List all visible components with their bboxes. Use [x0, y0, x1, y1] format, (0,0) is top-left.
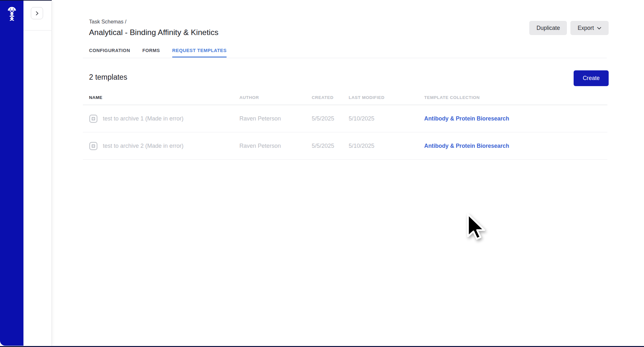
export-button-label: Export [577, 25, 594, 31]
template-author: Raven Peterson [239, 143, 312, 149]
nav-panel-header [23, 1, 51, 31]
breadcrumb[interactable]: Task Schemas / [89, 19, 126, 25]
header-actions: Duplicate Export [529, 21, 609, 35]
export-button[interactable]: Export [570, 21, 609, 35]
chevron-down-icon [597, 26, 602, 31]
window-top-edge [0, 0, 52, 1]
table-row[interactable]: test to archive 1 (Made in error) Raven … [83, 105, 607, 132]
column-header-name[interactable]: NAME [89, 95, 239, 100]
column-header-template-collection[interactable]: TEMPLATE COLLECTION [424, 95, 607, 100]
main-content: Task Schemas / Analytical - Binding Affi… [52, 0, 644, 346]
template-modified-date: 5/10/2025 [349, 115, 424, 122]
template-author: Raven Peterson [239, 115, 312, 122]
benchling-jellyfish-logo-icon[interactable] [5, 6, 18, 21]
template-created-date: 5/5/2025 [312, 115, 349, 122]
tab-request-templates[interactable]: REQUEST TEMPLATES [172, 48, 227, 58]
template-name: test to archive 1 (Made in error) [103, 115, 183, 122]
chevron-right-icon [35, 11, 40, 16]
page-title: Analytical - Binding Affinity & Kinetics [89, 28, 219, 37]
template-modified-date: 5/10/2025 [349, 143, 424, 149]
create-button[interactable]: Create [574, 70, 609, 86]
column-header-author[interactable]: AUTHOR [239, 95, 312, 100]
tab-bar: CONFIGURATION FORMS REQUEST TEMPLATES [89, 48, 227, 58]
template-collection-link[interactable]: Antibody & Protein Bioresearch [424, 143, 509, 149]
column-header-last-modified[interactable]: LAST MODIFIED [349, 95, 424, 100]
request-template-icon [89, 114, 98, 123]
request-template-icon [89, 142, 98, 150]
expand-sidebar-button[interactable] [31, 7, 43, 19]
template-count-label: 2 templates [89, 73, 127, 82]
templates-table: NAME AUTHOR CREATED LAST MODIFIED TEMPLA… [83, 95, 607, 160]
template-created-date: 5/5/2025 [312, 143, 349, 149]
table-row[interactable]: test to archive 2 (Made in error) Raven … [83, 132, 607, 160]
duplicate-button-label: Duplicate [536, 25, 560, 31]
tab-forms[interactable]: FORMS [142, 48, 160, 58]
app-sidebar [0, 1, 23, 346]
column-header-created[interactable]: CREATED [312, 95, 349, 100]
collapsed-nav-panel [23, 1, 52, 346]
template-name: test to archive 2 (Made in error) [103, 143, 183, 149]
template-collection-link[interactable]: Antibody & Protein Bioresearch [424, 115, 509, 122]
duplicate-button[interactable]: Duplicate [529, 21, 567, 35]
table-header-row: NAME AUTHOR CREATED LAST MODIFIED TEMPLA… [83, 95, 607, 105]
tab-configuration[interactable]: CONFIGURATION [89, 48, 130, 58]
tab-bar-divider [83, 58, 607, 58]
